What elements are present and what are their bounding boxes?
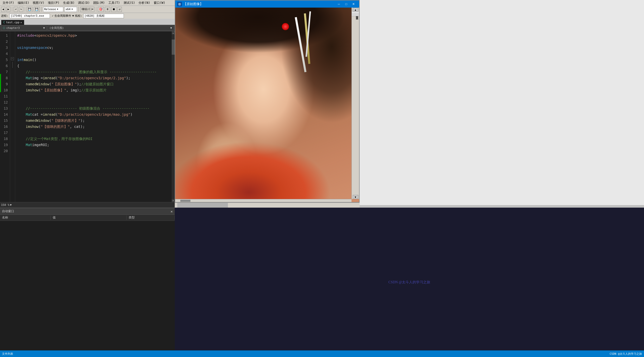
scroll-thumb[interactable] xyxy=(172,39,175,55)
pause-button[interactable]: ⏸ xyxy=(105,7,110,12)
fold-line xyxy=(12,62,13,68)
target-button[interactable]: 🎯 xyxy=(98,7,104,12)
code-editor[interactable]: 1 2 3 4 5 6 7 8 9 10 11 12 13 14 15 16 1 xyxy=(0,31,175,202)
zoom-bar: 150 % ▼ xyxy=(0,202,175,208)
undo-button[interactable]: ↩ xyxy=(14,7,18,12)
menu-tools[interactable]: 工具(T) xyxy=(107,0,122,6)
img-scroll-h-thumb xyxy=(180,200,190,202)
sidebar-item-2[interactable]: 资源下载 xyxy=(352,14,359,16)
namespace-arrow: ▼ xyxy=(43,26,45,30)
image-scrollbar-v[interactable]: ▲ 疑问解答 资源下载 ▼ xyxy=(352,8,359,199)
platform-arrow: ▼ xyxy=(71,8,73,10)
tab-icon: C xyxy=(3,21,5,24)
image-bottom-scroll[interactable] xyxy=(177,203,228,208)
tab-label: test.cpp xyxy=(6,21,19,24)
scroll-down-arrow[interactable]: ▼ xyxy=(172,199,175,202)
menu-window[interactable]: 窗口(W) xyxy=(152,0,167,6)
girl-photo xyxy=(175,8,359,202)
menu-analyze[interactable]: 分析(N) xyxy=(137,0,152,6)
menu-file[interactable]: 文件(F) xyxy=(1,0,16,6)
restart-button[interactable]: ↺ xyxy=(118,7,122,12)
zoom-arrow: ▼ xyxy=(10,203,12,207)
toolbar-sep-2 xyxy=(25,7,25,12)
image-title-icon: 🖼 xyxy=(177,2,182,6)
save-button[interactable]: 💾 xyxy=(27,7,33,12)
forward-button[interactable]: ▶ xyxy=(6,7,11,12)
minimize-button[interactable]: ─ xyxy=(335,1,342,8)
scope-value: (全局范围) xyxy=(49,26,64,30)
auto-window: 自动窗口 ✕ 名称 值 类型 xyxy=(0,208,175,357)
panel-close-button[interactable]: ✕ xyxy=(171,209,173,213)
stop-button[interactable]: ⏹ xyxy=(111,7,116,12)
sidebar-item-1[interactable]: 疑问解答 xyxy=(352,12,359,14)
image-display: ▲ 疑问解答 资源下载 ▼ xyxy=(175,8,359,202)
menu-project[interactable]: 项目(P) xyxy=(46,0,61,6)
fold-gutter: ─ xyxy=(10,31,15,202)
redo-button[interactable]: ↪ xyxy=(19,7,23,12)
toolbar-sep-4 xyxy=(79,7,79,12)
menu-build[interactable]: 生成(B) xyxy=(62,0,76,6)
active-line-indicator xyxy=(0,74,1,92)
continue-button[interactable]: 继续(C) ▼ xyxy=(80,7,95,12)
platform-dropdown[interactable]: x64 ▼ xyxy=(64,7,77,12)
status-bar: 文件列表 CSDN @太斗人的学习之旅 xyxy=(0,350,644,357)
col-value-header: 值 xyxy=(51,215,127,220)
code-content[interactable]: #include<opencv2/opencv.hpp> using names… xyxy=(15,31,175,202)
namespace-dropdown[interactable]: ⬡ chapter3 ▼ xyxy=(1,26,47,31)
hair-ornament xyxy=(282,23,289,30)
code-line-16: imshow("【猫咪的图片】", cat); xyxy=(17,124,173,130)
continue-label: 继续(C) xyxy=(82,7,92,11)
code-line-3: using namespace cv; xyxy=(17,45,173,51)
panel-table-header: 名称 值 类型 xyxy=(0,215,175,221)
menu-test[interactable]: 测试(S) xyxy=(122,0,137,6)
code-line-19: Mat imgeROI; xyxy=(17,142,173,148)
status-left: 文件列表 xyxy=(2,352,13,356)
scope-dropdown[interactable]: (全局范围) ▼ xyxy=(48,26,174,31)
image-title-bar: 🖼 【原始图像】 ─ □ ✕ xyxy=(175,1,359,8)
process-dropdown[interactable]: [17540] chapter3.exe xyxy=(9,14,50,18)
maximize-button[interactable]: □ xyxy=(343,1,350,8)
lifecycle-label: ✓ xyxy=(52,14,54,17)
img-scroll-down[interactable]: ▼ xyxy=(353,195,358,199)
platform-label: x64 xyxy=(66,8,71,11)
namespace-value: chapter3 xyxy=(6,26,20,30)
build-config-dropdown[interactable]: Release ▼ xyxy=(43,7,63,12)
code-line-12 xyxy=(17,99,173,105)
img-scroll-up[interactable]: ▲ xyxy=(353,8,358,12)
image-window-bottom xyxy=(175,203,360,208)
csdn-watermark: CSDN @太斗人的学习之旅 xyxy=(388,280,431,285)
menu-team[interactable]: 团队(M) xyxy=(92,0,106,6)
auto-window-title: 自动窗口 xyxy=(2,209,14,213)
namespace-icon: ⬡ xyxy=(3,26,5,30)
process-label: 进程: xyxy=(1,14,8,18)
tab-test-cpp[interactable]: C test.cpp ✕ xyxy=(1,20,24,25)
code-line-1: #include<opencv2/opencv.hpp> xyxy=(17,32,173,38)
col-type-header: 类型 xyxy=(127,215,175,220)
code-scrollbar[interactable]: ▲ ▼ xyxy=(172,31,175,202)
sep1: ▼ xyxy=(72,14,74,17)
code-line-14: Mat cat = imread("D:/practice/opencv3/im… xyxy=(17,111,173,117)
code-line-18: //定义一个Mat类型，用于存放图像的ROI xyxy=(17,136,173,142)
menu-view[interactable]: 视图(V) xyxy=(31,0,46,6)
image-scrollbar-h[interactable] xyxy=(175,199,352,202)
close-button[interactable]: ✕ xyxy=(350,1,357,8)
code-line-7: //---------------------- 图像的载入和显示 ------… xyxy=(17,69,173,75)
toolbar: ◀ ▶ ↩ ↪ 💾 💾 Release ▼ x64 ▼ 继续(C) ▼ � xyxy=(0,6,175,13)
code-line-11 xyxy=(17,93,173,99)
tab-close-icon[interactable]: ✕ xyxy=(21,21,22,24)
thread-dropdown[interactable]: [4828] 主线程 xyxy=(83,14,124,18)
zoom-value: 150 % xyxy=(1,203,9,207)
image-content: ▲ 疑问解答 资源下载 ▼ xyxy=(175,8,359,202)
save-all-button[interactable]: 💾 xyxy=(34,7,40,12)
process-value: [17540] chapter3.exe xyxy=(11,14,44,17)
scroll-up-arrow[interactable]: ▲ xyxy=(172,31,175,34)
continue-arrow: ▼ xyxy=(92,8,93,10)
code-line-17 xyxy=(17,130,173,136)
menu-edit[interactable]: 编辑(E) xyxy=(16,0,31,6)
code-line-15: namedWindow("【猫咪的图片】"); xyxy=(17,117,173,124)
back-button[interactable]: ◀ xyxy=(1,7,5,12)
menu-debug[interactable]: 调试(D) xyxy=(76,0,91,6)
code-line-8: Mat img = imread("D:/practice/opencv3/im… xyxy=(17,75,173,81)
line-numbers: 1 2 3 4 5 6 7 8 9 10 11 12 13 14 15 16 1 xyxy=(0,31,10,202)
fold-button-5[interactable]: ─ xyxy=(11,57,14,60)
